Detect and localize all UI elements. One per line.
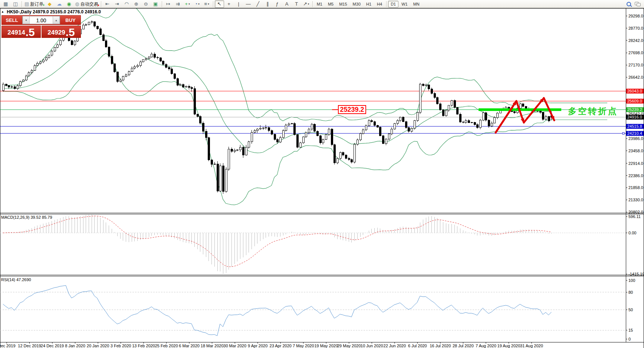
svg-text:20802.0: 20802.0 bbox=[628, 210, 643, 214]
svg-text:29298.0: 29298.0 bbox=[628, 14, 643, 18]
new-order-button[interactable]: ▤+新订单 bbox=[23, 0, 45, 8]
ohlc-values: 24979.0 25165.0 24776.0 24916.0 bbox=[33, 9, 101, 14]
svg-text:25042.0: 25042.0 bbox=[628, 112, 643, 116]
chevron-down-icon[interactable]: ▾ bbox=[308, 1, 309, 7]
volume-stepper[interactable]: ▼ 1.00 ▲ bbox=[22, 16, 60, 24]
price-axis-marker-value: 24210.4 bbox=[627, 131, 642, 136]
chart-frame bbox=[0, 8, 644, 348]
svg-text:3 Feb 2020: 3 Feb 2020 bbox=[111, 344, 131, 348]
svg-text:19 Aug 2020: 19 Aug 2020 bbox=[497, 344, 520, 348]
tile-windows-button[interactable]: ▣ bbox=[151, 0, 160, 8]
search-icon[interactable] bbox=[627, 2, 631, 6]
channel-button[interactable]: ∥ bbox=[263, 0, 272, 8]
autotrade-button[interactable]: ◍●自动交易 bbox=[74, 0, 99, 8]
sell-button[interactable]: SELL bbox=[2, 16, 22, 25]
symbol-period-label: HK50-,Daily bbox=[7, 9, 32, 14]
chart-end-button[interactable]: ⇉ bbox=[173, 0, 183, 8]
chart-preview-button[interactable]: ◫ bbox=[11, 0, 20, 8]
svg-text:0: 0 bbox=[628, 337, 631, 341]
market-depth-icon: ☁ bbox=[57, 1, 62, 7]
collapse-icon[interactable]: ▲ bbox=[1, 10, 4, 13]
svg-text:7 Aug 2020: 7 Aug 2020 bbox=[476, 344, 496, 348]
timeframe-m30[interactable]: M30 bbox=[350, 1, 363, 7]
scale-fix-button[interactable]: ◠ bbox=[122, 0, 131, 8]
templates-icon: ≡ bbox=[204, 1, 207, 7]
auto-scroll-icon: ⇥ bbox=[115, 1, 119, 7]
svg-text:27170.0: 27170.0 bbox=[628, 63, 643, 67]
templates-button[interactable]: ≡▾ bbox=[202, 0, 211, 8]
chevron-down-icon[interactable]: ▾ bbox=[208, 1, 209, 7]
metaeditor-button[interactable]: ◆ bbox=[45, 0, 54, 8]
svg-text:23458.0: 23458.0 bbox=[628, 149, 643, 153]
horizontal-level-lines[interactable]: 26043.025609.025239.224916.024515.824210… bbox=[0, 89, 644, 136]
crosshair-button[interactable]: + bbox=[224, 0, 234, 8]
svg-text:25 Feb 2020: 25 Feb 2020 bbox=[155, 344, 178, 348]
svg-text:30 Mar 2020: 30 Mar 2020 bbox=[223, 344, 246, 348]
svg-text:22386.0: 22386.0 bbox=[628, 173, 643, 178]
price-axis-marker-value: 26043.0 bbox=[627, 89, 642, 93]
timeframe-m1[interactable]: M1 bbox=[314, 1, 325, 7]
arrows-button[interactable]: ↗▾ bbox=[302, 0, 311, 8]
text-button[interactable]: A bbox=[282, 0, 292, 8]
zigzag-arrows[interactable] bbox=[496, 98, 554, 133]
timeframe-m5[interactable]: M5 bbox=[325, 1, 336, 7]
timeframe-h4[interactable]: H4 bbox=[374, 1, 385, 7]
new-order-overlay-icon: + bbox=[43, 2, 45, 8]
trendline-button[interactable]: ╱ bbox=[253, 0, 263, 8]
timeframe-m15[interactable]: M15 bbox=[336, 1, 349, 7]
cursor-icon: ↖ bbox=[217, 1, 221, 7]
buy-price[interactable]: 24929 .5 bbox=[42, 26, 81, 38]
volume-decrease-button[interactable]: ▼ bbox=[23, 16, 30, 24]
chevron-down-icon[interactable]: ▾ bbox=[198, 1, 200, 7]
price-chart[interactable]: 26043.025609.025239.224916.024515.824210… bbox=[0, 8, 644, 348]
vertical-line-button[interactable]: | bbox=[234, 0, 243, 8]
buy-button[interactable]: BUY bbox=[60, 16, 80, 25]
svg-text:21330.0: 21330.0 bbox=[628, 198, 643, 202]
crosshair-icon: + bbox=[227, 1, 230, 7]
chart-window[interactable]: 26043.025609.025239.224916.024515.824210… bbox=[0, 8, 644, 348]
buy-price-main: 24929 bbox=[47, 28, 65, 37]
timeframe-d1[interactable]: D1 bbox=[388, 1, 398, 7]
sell-price[interactable]: 24914 .5 bbox=[1, 26, 41, 38]
autotrade-overlay-icon: ● bbox=[97, 2, 99, 8]
svg-text:18 Mar 2020: 18 Mar 2020 bbox=[201, 344, 224, 348]
macd-histogram bbox=[3, 215, 552, 274]
chart-shift-button[interactable]: ⇤ bbox=[103, 0, 112, 8]
timeframe-h1[interactable]: H1 bbox=[364, 1, 374, 7]
turning-point-annotation[interactable]: 多空转折点 bbox=[568, 105, 618, 117]
market-depth-button[interactable]: ☁ bbox=[55, 0, 64, 8]
svg-text:19 May 2020: 19 May 2020 bbox=[314, 344, 338, 348]
volume-increase-button[interactable]: ▲ bbox=[53, 16, 60, 24]
signals-button[interactable]: ◉ bbox=[64, 0, 73, 8]
price-level-tag[interactable]: 25239.2 bbox=[338, 105, 366, 114]
zoom-out-button[interactable]: ⊖ bbox=[141, 0, 151, 8]
chart-step-button[interactable]: ↦ bbox=[164, 0, 173, 8]
signals-icon: ◉ bbox=[67, 1, 71, 7]
timeframe-w1[interactable]: W1 bbox=[399, 1, 410, 7]
chat-icon[interactable] bbox=[635, 2, 641, 6]
price-axis-marker-value: 25239.2 bbox=[627, 107, 642, 112]
auto-scroll-button[interactable]: ⇥ bbox=[112, 0, 122, 8]
svg-text:27698.0: 27698.0 bbox=[628, 51, 643, 55]
horizontal-line-button[interactable]: — bbox=[244, 0, 253, 8]
add-indicator-button[interactable]: +▾ bbox=[183, 0, 192, 8]
trade-prices-row: 24914 .5 24929 .5 bbox=[1, 26, 81, 38]
cursor-button[interactable]: ↖ bbox=[215, 0, 224, 8]
periods-button[interactable]: ◔▾ bbox=[193, 0, 202, 8]
svg-text:20 Jan 2020: 20 Jan 2020 bbox=[87, 344, 109, 348]
svg-text:100: 100 bbox=[628, 278, 635, 283]
timeframe-mn[interactable]: MN bbox=[411, 1, 422, 7]
trendline-icon: ╱ bbox=[256, 1, 259, 7]
price-axis-marker-value: 24515.8 bbox=[627, 124, 642, 129]
svg-text:22 Jun 2020: 22 Jun 2020 bbox=[384, 344, 406, 348]
rsi-line bbox=[3, 286, 551, 336]
volume-value[interactable]: 1.00 bbox=[30, 16, 53, 24]
text-label-button[interactable]: T bbox=[292, 0, 301, 8]
zoom-in-button[interactable]: ⊕ bbox=[132, 0, 141, 8]
fibonacci-button[interactable]: ƒ bbox=[273, 0, 282, 8]
rsi-level-lines bbox=[0, 292, 626, 331]
new-chart-button[interactable]: ▦ bbox=[1, 0, 10, 8]
autotrade-label: 自动交易 bbox=[80, 1, 98, 7]
svg-text:6 Mar 2020: 6 Mar 2020 bbox=[179, 344, 200, 348]
chevron-down-icon[interactable]: ▾ bbox=[188, 1, 190, 7]
